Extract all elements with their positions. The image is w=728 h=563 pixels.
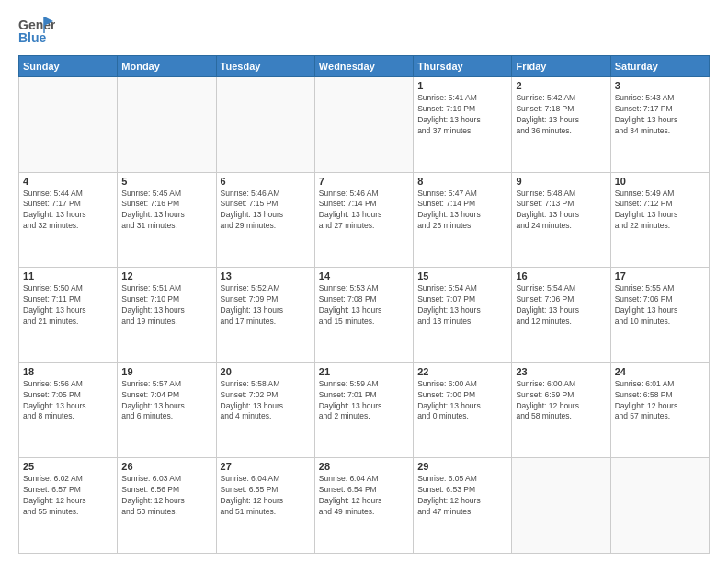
calendar-cell: 15Sunrise: 5:54 AMSunset: 7:07 PMDayligh… — [414, 268, 512, 363]
day-info: Sunrise: 6:05 AMSunset: 6:53 PMDaylight:… — [417, 474, 507, 518]
day-number: 11 — [23, 270, 113, 282]
day-info: Sunrise: 5:46 AMSunset: 7:15 PMDaylight:… — [221, 189, 311, 233]
day-number: 18 — [23, 366, 113, 377]
calendar-week-row: 11Sunrise: 5:50 AMSunset: 7:11 PMDayligh… — [19, 268, 710, 363]
logo-wrapper: General Blue — [18, 15, 59, 48]
calendar-cell: 5Sunrise: 5:45 AMSunset: 7:16 PMDaylight… — [118, 172, 216, 268]
header: General Blue — [18, 15, 710, 48]
calendar-week-row: 18Sunrise: 5:56 AMSunset: 7:05 PMDayligh… — [19, 362, 710, 458]
calendar-cell: 12Sunrise: 5:51 AMSunset: 7:10 PMDayligh… — [118, 268, 216, 363]
calendar-week-row: 1Sunrise: 5:41 AMSunset: 7:19 PMDaylight… — [19, 77, 710, 173]
day-info: Sunrise: 6:00 AMSunset: 6:59 PMDaylight:… — [516, 379, 606, 423]
day-number: 20 — [221, 366, 311, 377]
calendar-cell: 25Sunrise: 6:02 AMSunset: 6:57 PMDayligh… — [19, 458, 118, 554]
day-number: 3 — [615, 80, 705, 91]
svg-text:Blue: Blue — [18, 30, 47, 45]
calendar-cell: 24Sunrise: 6:01 AMSunset: 6:58 PMDayligh… — [610, 362, 709, 458]
page: General Blue SundayMondayTuesdayWednesda… — [0, 0, 728, 563]
day-number: 25 — [23, 461, 113, 472]
calendar-cell: 23Sunrise: 6:00 AMSunset: 6:59 PMDayligh… — [512, 362, 610, 458]
weekday-header-row: SundayMondayTuesdayWednesdayThursdayFrid… — [19, 56, 710, 77]
day-number: 29 — [417, 461, 507, 472]
day-info: Sunrise: 5:47 AMSunset: 7:14 PMDaylight:… — [417, 189, 507, 233]
weekday-header-sunday: Sunday — [19, 56, 118, 77]
weekday-header-saturday: Saturday — [610, 56, 709, 77]
calendar-cell — [19, 77, 118, 173]
day-info: Sunrise: 5:58 AMSunset: 7:02 PMDaylight:… — [221, 379, 311, 423]
day-info: Sunrise: 5:43 AMSunset: 7:17 PMDaylight:… — [615, 93, 705, 137]
day-number: 12 — [121, 270, 211, 282]
day-info: Sunrise: 5:42 AMSunset: 7:18 PMDaylight:… — [516, 93, 606, 137]
weekday-header-thursday: Thursday — [414, 56, 512, 77]
day-info: Sunrise: 6:04 AMSunset: 6:54 PMDaylight:… — [319, 474, 409, 518]
calendar-cell: 14Sunrise: 5:53 AMSunset: 7:08 PMDayligh… — [314, 268, 413, 363]
weekday-header-tuesday: Tuesday — [216, 56, 314, 77]
day-number: 26 — [121, 461, 211, 472]
weekday-header-monday: Monday — [118, 56, 216, 77]
day-number: 4 — [23, 176, 113, 187]
calendar-cell: 8Sunrise: 5:47 AMSunset: 7:14 PMDaylight… — [414, 172, 512, 268]
calendar-cell: 10Sunrise: 5:49 AMSunset: 7:12 PMDayligh… — [610, 172, 709, 268]
calendar-cell: 27Sunrise: 6:04 AMSunset: 6:55 PMDayligh… — [216, 458, 314, 554]
calendar-cell — [118, 77, 216, 173]
day-number: 1 — [417, 80, 507, 91]
day-number: 17 — [615, 270, 705, 282]
day-info: Sunrise: 5:41 AMSunset: 7:19 PMDaylight:… — [417, 93, 507, 137]
day-info: Sunrise: 5:49 AMSunset: 7:12 PMDaylight:… — [615, 189, 705, 233]
day-info: Sunrise: 6:01 AMSunset: 6:58 PMDaylight:… — [615, 379, 705, 423]
day-info: Sunrise: 6:00 AMSunset: 7:00 PMDaylight:… — [417, 379, 507, 423]
day-number: 7 — [319, 176, 409, 187]
day-info: Sunrise: 5:50 AMSunset: 7:11 PMDaylight:… — [23, 283, 113, 327]
day-info: Sunrise: 5:48 AMSunset: 7:13 PMDaylight:… — [516, 189, 606, 233]
logo-image: General Blue — [18, 15, 55, 48]
day-number: 21 — [319, 366, 409, 377]
day-info: Sunrise: 6:04 AMSunset: 6:55 PMDaylight:… — [221, 474, 311, 518]
day-number: 14 — [319, 270, 409, 282]
calendar-cell: 1Sunrise: 5:41 AMSunset: 7:19 PMDaylight… — [414, 77, 512, 173]
day-number: 9 — [516, 176, 606, 187]
day-number: 6 — [221, 176, 311, 187]
calendar-cell: 28Sunrise: 6:04 AMSunset: 6:54 PMDayligh… — [314, 458, 413, 554]
day-number: 13 — [221, 270, 311, 282]
calendar-cell: 9Sunrise: 5:48 AMSunset: 7:13 PMDaylight… — [512, 172, 610, 268]
calendar-cell: 3Sunrise: 5:43 AMSunset: 7:17 PMDaylight… — [610, 77, 709, 173]
calendar-cell — [512, 458, 610, 554]
day-info: Sunrise: 5:51 AMSunset: 7:10 PMDaylight:… — [121, 283, 211, 327]
calendar-cell — [314, 77, 413, 173]
day-number: 5 — [121, 176, 211, 187]
calendar-week-row: 25Sunrise: 6:02 AMSunset: 6:57 PMDayligh… — [19, 458, 710, 554]
calendar-cell: 16Sunrise: 5:54 AMSunset: 7:06 PMDayligh… — [512, 268, 610, 363]
day-number: 10 — [615, 176, 705, 187]
calendar-cell: 6Sunrise: 5:46 AMSunset: 7:15 PMDaylight… — [216, 172, 314, 268]
calendar-table: SundayMondayTuesdayWednesdayThursdayFrid… — [18, 55, 710, 554]
calendar-cell: 11Sunrise: 5:50 AMSunset: 7:11 PMDayligh… — [19, 268, 118, 363]
calendar-cell — [216, 77, 314, 173]
day-number: 27 — [221, 461, 311, 472]
calendar-cell: 21Sunrise: 5:59 AMSunset: 7:01 PMDayligh… — [314, 362, 413, 458]
calendar-cell — [610, 458, 709, 554]
day-info: Sunrise: 5:56 AMSunset: 7:05 PMDaylight:… — [23, 379, 113, 423]
day-number: 8 — [417, 176, 507, 187]
weekday-header-friday: Friday — [512, 56, 610, 77]
calendar-cell: 29Sunrise: 6:05 AMSunset: 6:53 PMDayligh… — [414, 458, 512, 554]
weekday-header-wednesday: Wednesday — [314, 56, 413, 77]
day-number: 15 — [417, 270, 507, 282]
calendar-cell: 13Sunrise: 5:52 AMSunset: 7:09 PMDayligh… — [216, 268, 314, 363]
day-number: 23 — [516, 366, 606, 377]
calendar-cell: 20Sunrise: 5:58 AMSunset: 7:02 PMDayligh… — [216, 362, 314, 458]
day-info: Sunrise: 5:45 AMSunset: 7:16 PMDaylight:… — [121, 189, 211, 233]
day-number: 22 — [417, 366, 507, 377]
calendar-cell: 17Sunrise: 5:55 AMSunset: 7:06 PMDayligh… — [610, 268, 709, 363]
day-info: Sunrise: 5:59 AMSunset: 7:01 PMDaylight:… — [319, 379, 409, 423]
calendar-cell: 19Sunrise: 5:57 AMSunset: 7:04 PMDayligh… — [118, 362, 216, 458]
day-info: Sunrise: 6:03 AMSunset: 6:56 PMDaylight:… — [121, 474, 211, 518]
calendar-cell: 2Sunrise: 5:42 AMSunset: 7:18 PMDaylight… — [512, 77, 610, 173]
day-number: 16 — [516, 270, 606, 282]
day-info: Sunrise: 5:53 AMSunset: 7:08 PMDaylight:… — [319, 283, 409, 327]
day-number: 28 — [319, 461, 409, 472]
day-info: Sunrise: 5:57 AMSunset: 7:04 PMDaylight:… — [121, 379, 211, 423]
calendar-week-row: 4Sunrise: 5:44 AMSunset: 7:17 PMDaylight… — [19, 172, 710, 268]
day-info: Sunrise: 5:52 AMSunset: 7:09 PMDaylight:… — [221, 283, 311, 327]
calendar-cell: 7Sunrise: 5:46 AMSunset: 7:14 PMDaylight… — [314, 172, 413, 268]
calendar-cell: 18Sunrise: 5:56 AMSunset: 7:05 PMDayligh… — [19, 362, 118, 458]
